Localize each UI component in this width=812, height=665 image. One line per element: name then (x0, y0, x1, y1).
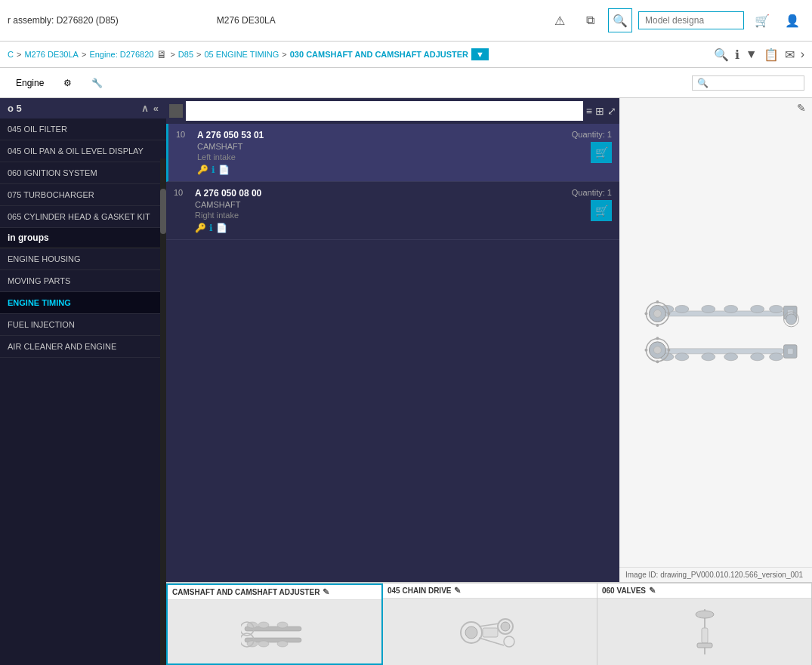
expand-icon[interactable]: ⤢ (607, 105, 616, 117)
more-icon[interactable]: › (801, 48, 804, 61)
doc-icon-2[interactable]: 📄 (216, 223, 227, 233)
info-icon-1[interactable]: ℹ (211, 165, 215, 175)
add-to-cart-btn-2[interactable]: 🛒 (591, 200, 612, 221)
main-top: ≡ ⊞ ⤢ 10 A 276 050 53 01 CAMSHAFT Left i… (166, 98, 812, 582)
sidebar-item-engine-housing[interactable]: ENGINE HOUSING (0, 248, 166, 270)
thumb-svg-chain (456, 611, 524, 653)
part-desc-1: Left intake (197, 152, 566, 162)
sidebar-double-collapse-icon[interactable]: « (153, 103, 159, 114)
tab-wrench[interactable]: 🔧 (83, 72, 111, 94)
sidebar-item-turbo[interactable]: 075 TURBOCHARGER (0, 184, 166, 206)
list-view-icon[interactable]: ≡ (586, 105, 592, 117)
assembly-label: r assembly: D276820 (D85) (8, 15, 119, 26)
sidebar-item-label: 045 OIL PAN & OIL LEVEL DISPLAY (8, 146, 144, 155)
key-icon-1[interactable]: 🔑 (197, 165, 208, 175)
thumb-edit-icon-valves[interactable]: ✎ (649, 586, 656, 596)
part-name-1: CAMSHAFT (197, 142, 566, 151)
sidebar-item-air-cleaner[interactable]: AIR CLEANER AND ENGINE (0, 336, 166, 358)
svg-point-17 (786, 314, 796, 325)
part-desc-2: Right intake (195, 211, 566, 220)
svg-point-47 (277, 622, 288, 628)
svg-line-59 (479, 623, 499, 627)
sidebar-collapse-icon[interactable]: ∧ (141, 103, 149, 114)
content-area: ≡ ⊞ ⤢ 10 A 276 050 53 01 CAMSHAFT Left i… (166, 98, 812, 665)
breadcrumb-c[interactable]: C (8, 50, 14, 59)
svg-point-22 (724, 353, 737, 361)
thumb-panel-camshaft[interactable]: CAMSHAFT AND CAMSHAFT ADJUSTER ✎ (166, 583, 383, 665)
thumb-svg-camshaft (241, 611, 309, 653)
tab-gear[interactable]: ⚙ (55, 72, 80, 94)
svg-point-23 (750, 353, 764, 361)
parts-toolbar: ≡ ⊞ ⤢ (166, 98, 619, 124)
cart-icon-btn[interactable]: 🛒 (750, 8, 774, 32)
alert-icon[interactable]: ⚠ (548, 8, 572, 32)
search-icon-btn[interactable]: 🔍 (608, 8, 632, 32)
sidebar-item-fuel-injection[interactable]: FUEL INJECTION (0, 314, 166, 336)
svg-point-2 (675, 306, 689, 313)
breadcrumb-05[interactable]: 05 ENGINE TIMING (204, 50, 279, 59)
tab-search-input[interactable] (709, 78, 799, 88)
thumb-panel-chain[interactable]: 045 CHAIN DRIVE ✎ (383, 583, 597, 665)
report-icon[interactable]: 📋 (764, 48, 779, 62)
grid-view-icon[interactable]: ⊞ (595, 105, 604, 117)
add-to-cart-btn-1[interactable]: 🛒 (591, 142, 612, 163)
part-name-2: CAMSHAFT (195, 200, 566, 209)
info-icon-2[interactable]: ℹ (209, 223, 213, 233)
part-qty-2: Quantity: 1 🛒 (572, 188, 612, 221)
doc-icon-1[interactable]: 📄 (218, 165, 230, 175)
svg-point-12 (644, 312, 647, 316)
model-search-input[interactable] (638, 11, 744, 29)
sidebar-item-moving-parts[interactable]: MOVING PARTS (0, 270, 166, 292)
filter-icon[interactable]: ▼ (746, 48, 758, 61)
breadcrumb-d85[interactable]: D85 (178, 50, 193, 59)
sidebar-item-label: 060 IGNITION SYSTEM (8, 168, 97, 177)
sidebar-item-oil-filter[interactable]: 045 OIL FILTER (0, 119, 166, 140)
svg-rect-64 (702, 628, 708, 643)
thumb-body-chain (383, 599, 597, 665)
part-details-1: A 276 050 53 01 CAMSHAFT Left intake 🔑 ℹ… (197, 130, 566, 175)
breadcrumb-engine[interactable]: Engine: D276820 (89, 50, 153, 59)
svg-rect-65 (697, 643, 712, 648)
sidebar-item-label: AIR CLEANER AND ENGINE (8, 342, 116, 351)
user-icon-btn[interactable]: 👤 (780, 8, 804, 32)
svg-point-46 (258, 622, 269, 628)
key-icon-2[interactable]: 🔑 (195, 223, 206, 233)
parts-search-bar[interactable] (186, 101, 583, 121)
sidebar-item-oil-pan[interactable]: 045 OIL PAN & OIL LEVEL DISPLAY (0, 140, 166, 162)
parts-checkbox[interactable] (169, 104, 183, 118)
part-item-1[interactable]: 10 A 276 050 53 01 CAMSHAFT Left intake … (166, 124, 619, 182)
svg-rect-18 (659, 349, 784, 354)
thumb-body-valves (597, 599, 811, 665)
svg-point-55 (465, 627, 477, 639)
breadcrumb-active: 030 CAMSHAFT AND CAMSHAFT ADJUSTER (290, 50, 468, 59)
svg-point-30 (644, 349, 647, 352)
thumb-label-valves: 060 VALVES (602, 586, 646, 595)
sidebar-item-ignition[interactable]: 060 IGNITION SYSTEM (0, 162, 166, 184)
zoom-icon[interactable]: 🔍 (714, 48, 729, 62)
sidebar-item-label: 045 OIL FILTER (8, 125, 67, 134)
copy-icon[interactable]: ⧉ (578, 8, 602, 32)
engine-copy-icon[interactable]: 🖥 (156, 48, 167, 60)
thumb-edit-icon-camshaft[interactable]: ✎ (323, 587, 329, 597)
thumb-edit-icon-chain[interactable]: ✎ (454, 586, 461, 596)
sidebar-item-label: 065 CYLINDER HEAD & GASKET KIT (8, 212, 150, 221)
info-icon[interactable]: ℹ (735, 48, 739, 62)
breadcrumb-dropdown-btn[interactable]: ▼ (471, 48, 489, 60)
thumb-panel-valves[interactable]: 060 VALVES ✎ (597, 583, 812, 665)
part-num-1: 10 (176, 130, 191, 139)
sidebar-item-cylinder[interactable]: 065 CYLINDER HEAD & GASKET KIT (0, 206, 166, 228)
tab-bar: Engine ⚙ 🔧 🔍 (0, 68, 812, 98)
sidebar-scrollbar[interactable] (160, 159, 166, 665)
breadcrumb-m276[interactable]: M276 DE30LA (24, 50, 79, 59)
parts-toolbar-inner: ≡ ⊞ ⤢ (169, 101, 616, 121)
top-header: r assembly: D276820 (D85) M276 DE30LA ⚠ … (0, 0, 812, 42)
image-area: ✎ (619, 98, 812, 582)
mail-icon[interactable]: ✉ (785, 48, 795, 62)
sidebar-item-engine-timing[interactable]: ENGINE TIMING (0, 292, 166, 314)
svg-point-52 (277, 641, 288, 647)
model-label: M276 DE30LA (217, 15, 276, 26)
part-code-2: A 276 050 08 00 (195, 188, 566, 199)
part-item-2[interactable]: 10 A 276 050 08 00 CAMSHAFT Right intake… (166, 182, 619, 240)
tab-engine[interactable]: Engine (8, 72, 52, 94)
diagram-edit-icon[interactable]: ✎ (797, 102, 806, 114)
